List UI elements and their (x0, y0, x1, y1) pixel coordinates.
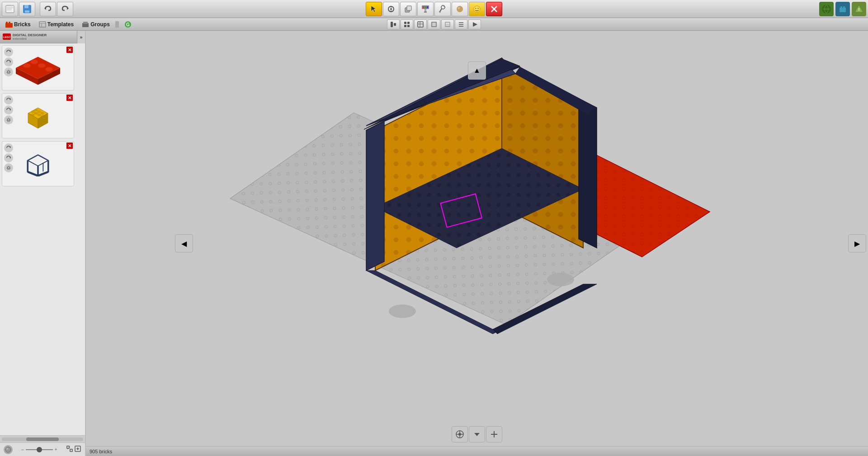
svg-point-92 (34, 112, 38, 114)
svg-rect-65 (446, 25, 449, 26)
redo-button[interactable] (57, 2, 73, 16)
view-zoom-button[interactable] (486, 426, 502, 442)
main-area: LEGO DIGITAL DESIGNER extended » ✕ (0, 31, 868, 456)
svg-point-150 (547, 273, 574, 286)
svg-rect-56 (404, 25, 406, 27)
svg-rect-49 (83, 22, 88, 24)
svg-point-27 (457, 6, 463, 12)
groups-tab-green[interactable]: G (121, 20, 135, 29)
view-play-button[interactable] (468, 19, 481, 29)
delete-tool[interactable] (486, 2, 502, 16)
svg-point-90 (38, 110, 41, 112)
brick-close-dark[interactable]: ✕ (66, 142, 73, 149)
scroll-thumb[interactable] (26, 437, 59, 441)
svg-point-85 (8, 119, 10, 121)
svg-point-149 (389, 304, 416, 318)
svg-rect-52 (391, 22, 393, 27)
sub-toolbar (387, 18, 481, 31)
rotate-icon-3[interactable] (4, 143, 13, 152)
zoom-minus[interactable]: – (21, 447, 24, 452)
nav-up-button[interactable]: ▲ (468, 62, 486, 80)
zoom-handle[interactable] (37, 447, 42, 452)
brick-close-yellow[interactable]: ✕ (66, 95, 73, 101)
eyedropper-tool[interactable] (434, 2, 451, 16)
brick-item-yellow[interactable]: ✕ (2, 93, 74, 138)
view-home-button[interactable] (452, 426, 468, 442)
zoom-plus[interactable]: + (55, 447, 57, 452)
svg-point-31 (478, 8, 479, 9)
view-detail-button[interactable] (441, 19, 454, 29)
brick-view-button[interactable] (835, 2, 850, 16)
svg-point-89 (34, 109, 38, 111)
svg-point-78 (31, 60, 38, 64)
world-view-button[interactable] (819, 2, 834, 16)
svg-point-115 (5, 447, 11, 452)
rotate-icon[interactable] (4, 48, 13, 57)
svg-rect-4 (7, 10, 11, 10)
svg-rect-58 (418, 22, 423, 27)
rotate-icon-2[interactable] (4, 95, 13, 104)
svg-point-98 (45, 115, 47, 117)
new-button[interactable] (2, 2, 18, 16)
svg-marker-10 (371, 6, 376, 12)
clone-tool[interactable] (400, 2, 416, 16)
groups-tab-label: Groups (90, 21, 110, 28)
flip-icon[interactable] (4, 57, 13, 66)
view-list-button[interactable] (455, 19, 467, 29)
horizontal-scrollbar[interactable] (0, 435, 85, 442)
svg-rect-55 (407, 22, 410, 24)
settings-icon-2[interactable] (4, 115, 13, 124)
svg-marker-142 (579, 99, 597, 248)
select-tool[interactable] (366, 2, 382, 16)
view-single-button[interactable] (428, 19, 440, 29)
brick-item-dark[interactable]: ✕ (2, 141, 74, 186)
svg-point-88 (31, 110, 34, 112)
svg-point-28 (458, 7, 460, 9)
view-down-button[interactable] (469, 426, 485, 442)
svg-marker-69 (473, 22, 477, 27)
material-tool[interactable] (452, 2, 468, 16)
settings-icon[interactable] (4, 67, 13, 76)
nav-left-button[interactable]: ◀ (175, 234, 193, 252)
undo-button[interactable] (40, 2, 56, 16)
svg-marker-73 (9, 61, 11, 63)
svg-point-103 (8, 167, 10, 169)
brick-close-red[interactable]: ✕ (66, 47, 73, 53)
save-button[interactable] (19, 2, 35, 16)
svg-point-80 (45, 67, 52, 71)
svg-rect-43 (6, 22, 8, 24)
zoom-slider-area: – + (21, 447, 57, 452)
svg-rect-7 (25, 10, 29, 13)
view-fit-button[interactable] (387, 19, 400, 29)
zoom-reset[interactable] (74, 445, 81, 454)
groups-tab[interactable]: Groups (78, 20, 113, 28)
face-tool[interactable] (469, 2, 485, 16)
app-logo: LEGO DIGITAL DESIGNER extended (3, 33, 47, 41)
templates-tab[interactable]: Templates (35, 20, 77, 28)
zoom-track[interactable] (26, 449, 53, 450)
nav-right-button[interactable]: ▶ (848, 234, 866, 252)
svg-rect-37 (840, 8, 846, 12)
canvas-area[interactable]: ▲ ◀ ▶ (86, 31, 868, 456)
brick-item-red[interactable]: ✕ (2, 45, 74, 90)
scroll-track[interactable] (2, 437, 83, 441)
top-right-tools: ! (819, 2, 866, 16)
paint-tool[interactable] (417, 2, 434, 16)
zoom-fit[interactable] (66, 445, 73, 454)
svg-point-104 (7, 166, 11, 170)
center-toolbar (366, 0, 502, 18)
flip-icon-3[interactable] (4, 153, 13, 162)
settings-icon-3[interactable] (4, 163, 13, 172)
help-button[interactable]: ! (852, 2, 866, 16)
second-toolbar: Bricks Templates Groups G (0, 18, 868, 31)
bricks-tab[interactable]: Bricks (2, 20, 34, 28)
view-all-button[interactable] (401, 19, 413, 29)
svg-rect-18 (423, 6, 424, 8)
svg-rect-45 (39, 22, 46, 27)
flip-icon-2[interactable] (4, 105, 13, 114)
view-grid-button[interactable] (414, 19, 427, 29)
hinge-tool[interactable] (383, 2, 399, 16)
svg-rect-39 (843, 6, 845, 8)
panel-collapse-button[interactable]: » (77, 31, 85, 43)
left-panel: LEGO DIGITAL DESIGNER extended » ✕ (0, 31, 86, 456)
